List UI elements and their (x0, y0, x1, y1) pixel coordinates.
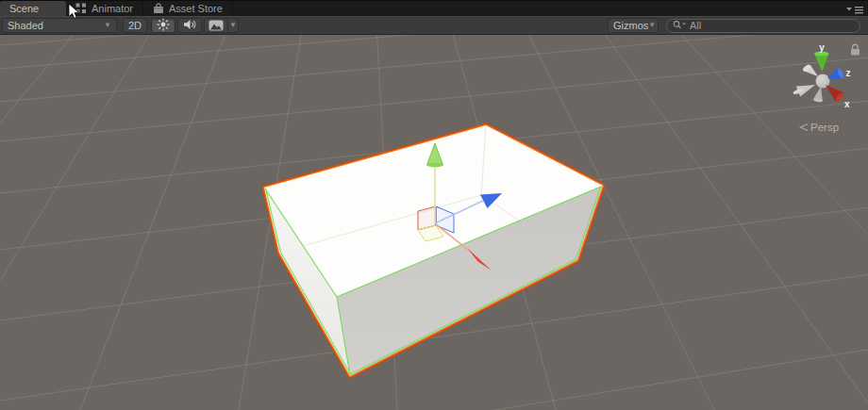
lighting-toggle-button[interactable] (151, 18, 175, 33)
effects-dropdown-arrow[interactable]: ▼ (227, 19, 238, 32)
scene-search-field[interactable]: All (666, 19, 860, 33)
chevron-down-icon: ▼ (104, 22, 111, 29)
tab-scene-label: Scene (9, 3, 39, 14)
toggle-2d-label: 2D (128, 20, 142, 31)
asset-store-icon (153, 3, 164, 14)
shading-mode-dropdown[interactable]: Shaded ▼ (2, 18, 117, 33)
image-icon (205, 19, 227, 32)
gizmos-dropdown[interactable]: Gizmos ▼ (608, 18, 659, 33)
tab-animator[interactable]: Animator (66, 1, 143, 16)
animator-icon (75, 3, 87, 14)
camera-mode-label: Persp (810, 122, 839, 133)
tab-scene[interactable]: Scene (0, 1, 66, 16)
axis-label-z: z (846, 68, 851, 78)
toggle-2d-button[interactable]: 2D (123, 18, 147, 33)
audio-toggle-button[interactable] (177, 18, 202, 33)
pane-menu-icon[interactable] (846, 6, 865, 14)
dock-tab-bar: Scene Animator Asset Store (0, 0, 868, 16)
tab-animator-label: Animator (92, 3, 133, 14)
chevron-down-icon: ▼ (229, 22, 237, 29)
sun-icon (157, 18, 170, 33)
unity-scene-window: Scene Animator Asset Store (0, 0, 868, 410)
speaker-icon (183, 19, 197, 32)
tab-asset-store-label: Asset Store (169, 3, 223, 14)
axis-label-x: x (844, 99, 850, 109)
search-icon (673, 20, 687, 32)
gizmos-label: Gizmos (613, 20, 648, 31)
shading-mode-label: Shaded (8, 20, 43, 31)
chevron-down-icon: ▼ (648, 22, 656, 29)
scene-viewport[interactable]: y z x Persp (0, 35, 868, 410)
scene-toolbar: Shaded ▼ 2D (0, 16, 868, 35)
effects-toggle-button[interactable]: ▼ (204, 18, 239, 33)
search-value: All (690, 20, 701, 31)
axis-label-y: y (819, 42, 825, 53)
tab-asset-store[interactable]: Asset Store (143, 1, 233, 16)
